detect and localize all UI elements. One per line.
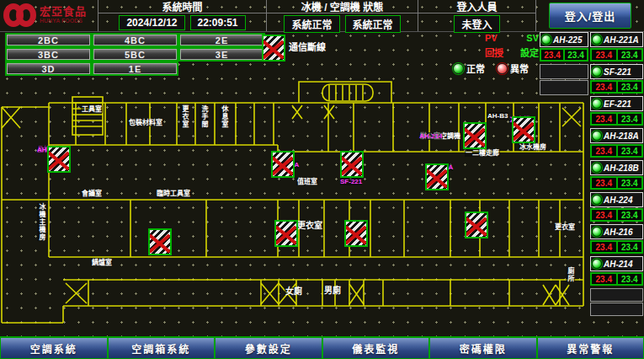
login-user-section: 登入人員 未登入 [418, 0, 535, 31]
login-logout-button[interactable]: 登入/登出 [549, 3, 632, 29]
status-led-icon [592, 195, 602, 205]
room-label: 女廁 [285, 287, 303, 295]
plan-device-ah214: 辦公室空調機 AH-214 一二樓走廊 [419, 122, 500, 157]
device-values: 23.4 23.4 [590, 144, 643, 158]
room-label: 廁所 [566, 267, 575, 282]
plan-device-ef221: EF-221 [344, 220, 368, 247]
device-values: 23.4 23.4 [590, 176, 643, 190]
nav-ahu-system[interactable]: 空調箱系統 [108, 338, 216, 359]
device-column-a: AH-225 23.4 23.4 [540, 32, 588, 96]
pv-value: 23.4 [591, 145, 617, 157]
comm-loss-marker[interactable] [274, 220, 298, 247]
device-row-sf221[interactable]: SF-221 [590, 64, 643, 79]
plan-device-ah218: 品檢室 AH-218 [37, 146, 71, 173]
pv-name-label: 回授 [485, 46, 503, 59]
company-logo: 宏亞食品 HUNYA FOODS [0, 0, 98, 31]
device-room-label: 冰水機房 [519, 143, 547, 151]
empty-slot [590, 288, 643, 302]
room-label: 更衣室 [180, 105, 189, 128]
device-name: AH-216 [604, 228, 632, 237]
sv-value: 23.4 [617, 209, 643, 221]
pv-sv-header: PV SV 回授 設定 [485, 33, 539, 62]
device-name: AH-214 [604, 260, 632, 269]
sv-label: SV [526, 33, 539, 43]
status-led-icon [592, 163, 602, 173]
floor-plan: 工具室 包裝材料室 更衣室 洗手間 休息室 AH-B3 會議室 臨時工具室 鍋爐… [0, 80, 589, 333]
device-row-ef221[interactable]: EF-221 [590, 96, 643, 111]
floor-button-2bc[interactable]: 2BC [7, 35, 90, 46]
comm-loss-marker[interactable] [47, 146, 71, 173]
floor-button-2e[interactable]: 2E [180, 35, 263, 46]
device-values: 23.4 23.4 [540, 48, 588, 62]
device-values: 23.4 23.4 [590, 112, 643, 126]
pv-value: 23.4 [591, 49, 617, 61]
pv-value: 23.4 [540, 49, 564, 61]
pv-value: 23.4 [591, 81, 617, 93]
floor-button-5bc[interactable]: 5BC [93, 49, 177, 60]
comm-loss-marker[interactable] [465, 212, 488, 238]
status-led-icon [592, 259, 602, 269]
room-label: 更衣室 [296, 222, 323, 229]
device-name: AH-218B [604, 163, 639, 173]
room-label: 臨時工具室 [156, 190, 191, 197]
machine-status-title: 冰機 / 空調機 狀態 [267, 0, 418, 13]
room-label: AH-B3 [487, 112, 508, 120]
device-row-ah216[interactable]: AH-216 [590, 224, 643, 239]
device-values: 23.4 23.4 [590, 272, 643, 286]
sv-value: 23.4 [617, 177, 643, 189]
state-legend: 正常 異常 [453, 62, 529, 75]
system-time-title: 系統時間 [98, 0, 266, 13]
abnormal-led-icon [497, 63, 508, 74]
comm-loss-marker[interactable] [344, 220, 368, 247]
comm-loss-marker[interactable] [512, 116, 535, 143]
floor-button-3bc[interactable]: 3BC [7, 49, 90, 60]
normal-label: 正常 [466, 62, 485, 75]
device-row-ah218b[interactable]: AH-218B [590, 160, 643, 175]
nav-abnormal-alarm[interactable]: 異常警報 [537, 338, 644, 359]
pv-value: 23.4 [591, 177, 617, 189]
room-label: 鍋爐室 [91, 259, 113, 266]
comm-loss-marker[interactable] [148, 228, 172, 255]
floor-button-1e[interactable]: 1E [93, 63, 177, 74]
device-values: 23.4 23.4 [590, 208, 643, 222]
pv-value: 23.4 [591, 113, 617, 125]
pv-value: 23.4 [591, 241, 617, 253]
room-label: 男廁 [323, 287, 342, 294]
device-row-ah218a[interactable]: AH-218A [590, 128, 643, 143]
logo-rings-icon [3, 3, 37, 29]
device-row-ah221a[interactable]: AH-221A [590, 32, 643, 47]
device-row-ah224[interactable]: AH-224 [590, 192, 643, 207]
plan-device-ah216: AH-216 [148, 228, 172, 255]
nav-password-auth[interactable]: 密碼權限 [429, 338, 537, 359]
floor-button-3d[interactable]: 3D [7, 63, 90, 74]
sv-value: 23.4 [617, 145, 643, 157]
plan-device-sf221: SF-221 [340, 151, 364, 178]
status-led-icon [592, 67, 602, 77]
nav-parameter-settings[interactable]: 參數設定 [215, 338, 322, 359]
pv-value: 23.4 [591, 273, 617, 285]
floor-button-4bc[interactable]: 4BC [93, 35, 177, 46]
device-row-ah214[interactable]: AH-214 [590, 256, 643, 271]
system-time-section: 系統時間 2024/12/12 22:09:51 [98, 0, 266, 31]
comm-loss-marker[interactable] [340, 151, 364, 178]
comm-loss-marker[interactable] [425, 163, 449, 190]
room-label: 洗手間 [200, 105, 209, 128]
nav-meter-monitor[interactable]: 儀表監視 [322, 338, 430, 359]
hmi-screen: 宏亞食品 HUNYA FOODS 系統時間 2024/12/12 22:09:5… [0, 0, 644, 359]
floor-button-3e[interactable]: 3E [180, 49, 263, 60]
comm-loss-marker[interactable] [271, 151, 295, 178]
comm-loss-marker[interactable] [463, 122, 487, 149]
device-name: AH-221A [604, 35, 639, 45]
plan-device-coolingtower: 冰水機 冰水塔 冰水機房 [510, 116, 547, 151]
device-name: AH-218A [604, 131, 639, 141]
pv-value: 23.4 [591, 209, 617, 221]
plan-device-ah221a: AH-221A [425, 163, 449, 190]
pv-label: PV [485, 33, 498, 43]
floor-select-grid: 2BC 4BC 2E 3BC 5BC 3E 3D 1E [5, 33, 265, 76]
device-row-ah225[interactable]: AH-225 [540, 32, 588, 47]
device-label: AH-214 [419, 132, 443, 140]
nav-ac-system[interactable]: 空調系統 [0, 338, 108, 359]
plan-device-ah225: AH-225 [465, 212, 488, 238]
device-values: 23.4 23.4 [590, 80, 643, 94]
sv-value: 23.4 [564, 49, 588, 61]
